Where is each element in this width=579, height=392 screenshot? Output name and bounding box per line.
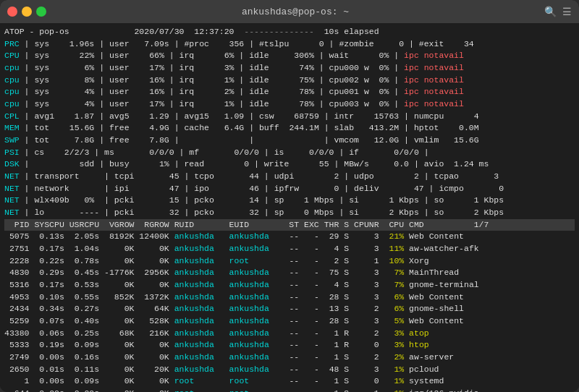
cpu-line: CPU | sys 22% | user 66% | irq 6% | idle… xyxy=(4,50,575,62)
proc-header: PID SYSCPU USRCPU VGROW RGROW RUID EUID … xyxy=(4,219,575,231)
swp-line: SWP | tot 7.8G | free 7.8G | | | vmcom 1… xyxy=(4,135,575,147)
menu-icon[interactable]: ☰ xyxy=(562,6,572,18)
maximize-button[interactable] xyxy=(36,7,46,17)
atop-title-line: ATOP - pop-os 2020/07/30 12:37:20 ------… xyxy=(4,26,575,38)
net-transport-line: NET | transport | tcpi 45 | tcpo 44 | ud… xyxy=(4,171,575,183)
minimize-button[interactable] xyxy=(22,7,32,17)
process-row: 5333 0.19s 0.09s 0K 0K ankushda ankushda… xyxy=(4,339,575,351)
cpu-core-line: cpu | sys 4% | user 16% | irq 2% | idle … xyxy=(4,86,575,98)
dsk-line: DSK | sdd | busy 1% | read 0 | write 55 … xyxy=(4,158,575,171)
titlebar-actions[interactable]: 🔍 ☰ xyxy=(544,6,572,18)
cpl-line: CPL | avg1 1.87 | avg5 1.29 | avg15 1.09… xyxy=(4,111,575,123)
process-row: 644 0.00s 0.09s 0K 0K root root -- - 1 S… xyxy=(4,388,575,392)
process-row: 43380 0.06s 0.25s 68K 216K ankushda anku… xyxy=(4,328,575,340)
process-row: 2751 0.17s 1.04s 0K 0K ankushda ankushda… xyxy=(4,243,575,255)
psi-line: PSI | cs 2/2/3 | ms 0/0/0 | mf 0/0/0 | i… xyxy=(4,147,575,159)
search-icon[interactable]: 🔍 xyxy=(544,6,557,18)
process-row: 1 0.00s 0.09s 0K 0K root root -- - 1 S 0… xyxy=(4,375,575,388)
prc-line: PRC | sys 1.96s | user 7.09s | #proc 356… xyxy=(4,38,575,51)
process-row: 2228 0.22s 0.78s 0K 0K ankushda root -- … xyxy=(4,255,575,268)
process-row: 4830 0.29s 0.45s -1776K 2956K ankushda a… xyxy=(4,267,575,279)
terminal-window: ankushdas@pop-os: ~ 🔍 ☰ ATOP - pop-os 20… xyxy=(0,0,579,392)
process-row: 5075 0.13s 2.05s 8192K 12400K ankushda a… xyxy=(4,231,575,243)
process-row: 4953 0.10s 0.55s 852K 1372K ankushda ank… xyxy=(4,291,575,304)
net-network-line: NET | network | ipi 47 | ipo 46 | ipfrw … xyxy=(4,183,575,195)
titlebar: ankushdas@pop-os: ~ 🔍 ☰ xyxy=(0,0,579,23)
cpu-core-line: cpu | sys 6% | user 17% | irq 3% | idle … xyxy=(4,62,575,74)
net-lo-line: NET | lo ---- | pcki 32 | pcko 32 | sp 0… xyxy=(4,207,575,219)
process-row: 5259 0.07s 0.40s 0K 528K ankushda ankush… xyxy=(4,315,575,328)
process-row: 2749 0.00s 0.16s 0K 0K ankushda ankushda… xyxy=(4,351,575,364)
process-row: 5316 0.17s 0.53s 0K 0K ankushda ankushda… xyxy=(4,279,575,291)
terminal-content[interactable]: ATOP - pop-os 2020/07/30 12:37:20 ------… xyxy=(0,23,579,392)
close-button[interactable] xyxy=(7,7,17,17)
window-controls[interactable] xyxy=(7,7,46,17)
net-wlan-line: NET | wlx409b 0% | pcki 15 | pcko 14 | s… xyxy=(4,195,575,207)
window-title: ankushdas@pop-os: ~ xyxy=(242,7,349,17)
cpu-core-line: cpu | sys 8% | user 16% | irq 1% | idle … xyxy=(4,74,575,87)
process-row: 2650 0.01s 0.11s 0K 20K ankushda ankushd… xyxy=(4,364,575,376)
cpu-core-line: cpu | sys 4% | user 17% | irq 1% | idle … xyxy=(4,98,575,111)
mem-line: MEM | tot 15.6G | free 4.9G | cache 6.4G… xyxy=(4,122,575,135)
process-row: 2434 0.34s 0.27s 0K 64K ankushda ankushd… xyxy=(4,303,575,315)
